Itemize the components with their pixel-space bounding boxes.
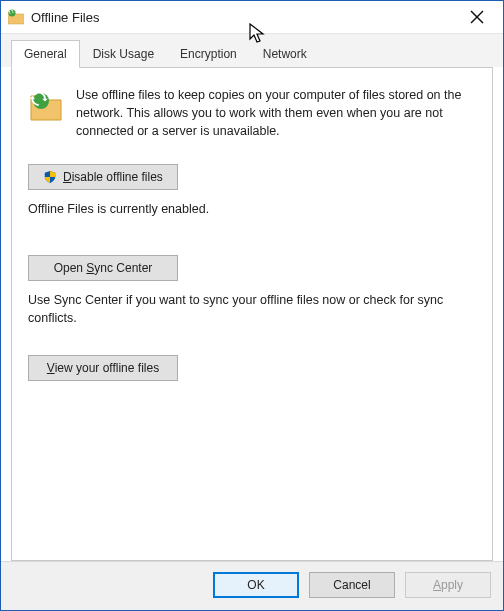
window-title: Offline Files <box>31 10 99 25</box>
uac-shield-icon <box>43 170 57 184</box>
offline-files-icon <box>7 8 25 26</box>
titlebar: Offline Files <box>1 1 503 33</box>
apply-button: Apply <box>405 572 491 598</box>
tabpanel-general: Use offline files to keep copies on your… <box>11 67 493 561</box>
tabstrip: General Disk Usage Encryption Network <box>1 33 503 67</box>
dialog-footer: OK Cancel Apply <box>1 561 503 610</box>
offline-files-dialog: Offline Files General Disk Usage Encrypt… <box>0 0 504 611</box>
open-sync-center-label: Open Sync Center <box>54 261 153 275</box>
disable-offline-files-label: Disable offline files <box>63 170 163 184</box>
open-sync-center-button[interactable]: Open Sync Center <box>28 255 178 281</box>
status-text: Offline Files is currently enabled. <box>28 200 476 218</box>
svg-point-3 <box>33 93 49 109</box>
tab-disk-usage[interactable]: Disk Usage <box>80 40 167 67</box>
cancel-button[interactable]: Cancel <box>309 572 395 598</box>
disable-offline-files-button[interactable]: Disable offline files <box>28 164 178 190</box>
tab-network[interactable]: Network <box>250 40 320 67</box>
sync-desc-text: Use Sync Center if you want to sync your… <box>28 291 476 327</box>
apply-label: Apply <box>433 578 463 592</box>
close-icon <box>470 10 484 24</box>
view-offline-files-label: View your offline files <box>47 361 159 375</box>
ok-button[interactable]: OK <box>213 572 299 598</box>
view-offline-files-button[interactable]: View your offline files <box>28 355 178 381</box>
tab-general[interactable]: General <box>11 40 80 68</box>
intro-row: Use offline files to keep copies on your… <box>28 86 476 140</box>
close-button[interactable] <box>457 3 497 31</box>
intro-text: Use offline files to keep copies on your… <box>76 86 476 140</box>
sync-folder-icon <box>28 88 64 124</box>
tab-encryption[interactable]: Encryption <box>167 40 250 67</box>
